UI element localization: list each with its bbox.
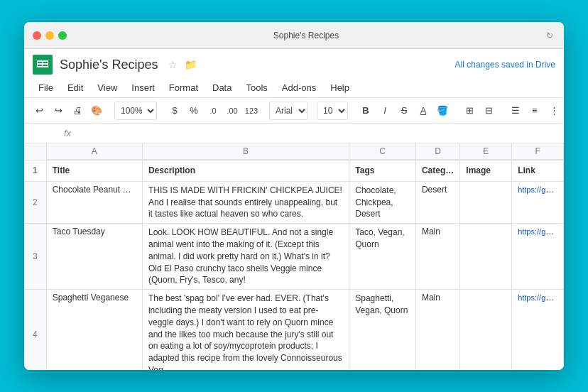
- cell-category[interactable]: Main: [415, 290, 459, 370]
- currency-button[interactable]: $: [165, 102, 184, 120]
- cell-title[interactable]: Spaghetti Veganese: [46, 290, 142, 370]
- cell-title[interactable]: Chocolate Peanut Butter Mousse (DF): [46, 181, 142, 223]
- cell-image[interactable]: [460, 290, 512, 370]
- cell-description[interactable]: Description: [142, 160, 349, 181]
- title-bar: Sophie's Recipes ↻: [24, 22, 564, 49]
- minimize-button[interactable]: [45, 31, 54, 40]
- col-header-b[interactable]: B: [142, 143, 349, 160]
- more-align-button[interactable]: ⋮: [545, 102, 563, 120]
- menu-format[interactable]: Format: [163, 81, 204, 94]
- data-table: A B C D E F 1TitleDescriptionTagsCategor…: [24, 143, 564, 370]
- spreadsheet-area: A B C D E F 1TitleDescriptionTagsCategor…: [24, 143, 564, 370]
- saved-status: All changes saved in Drive: [455, 60, 555, 70]
- cell-description[interactable]: The best 'spag bol' I've ever had. EVER.…: [142, 290, 349, 370]
- row-number: 4: [24, 290, 46, 370]
- fill-color-button[interactable]: 🪣: [433, 102, 452, 120]
- table-row[interactable]: 3Taco TuesdayLook. LOOK HOW BEAUTIFUL. A…: [24, 224, 564, 290]
- cell-link[interactable]: https://getupands: [512, 181, 564, 223]
- svg-rect-5: [42, 60, 43, 67]
- cell-link[interactable]: Link: [512, 160, 564, 181]
- maximize-button[interactable]: [58, 31, 67, 40]
- formula-bar: fx: [24, 124, 564, 143]
- cell-description[interactable]: Look. LOOK HOW BEAUTIFUL. And not a sing…: [142, 224, 349, 290]
- merge-button[interactable]: ⊟: [479, 102, 498, 120]
- align-group: ☰ ≡ ⋮: [506, 102, 563, 120]
- menu-view[interactable]: View: [92, 81, 123, 94]
- close-button[interactable]: [33, 31, 41, 40]
- borders-button[interactable]: ⊞: [460, 102, 479, 120]
- col-header-d[interactable]: D: [415, 143, 459, 160]
- cell-title[interactable]: Taco Tuesday: [46, 224, 142, 290]
- col-header-e[interactable]: E: [460, 143, 512, 160]
- cell-category[interactable]: Category: [415, 160, 459, 181]
- spreadsheet-window: Sophie's Recipes ↻ Sophie's Recipes ☆ 📁 …: [24, 22, 564, 370]
- cell-image[interactable]: Image: [460, 160, 512, 181]
- table-row[interactable]: 1TitleDescriptionTagsCategoryImageLink: [24, 160, 564, 181]
- table-row[interactable]: 4Spaghetti VeganeseThe best 'spag bol' I…: [24, 290, 564, 370]
- more-formats-button[interactable]: 123: [242, 102, 261, 120]
- refresh-button[interactable]: ↻: [544, 30, 555, 41]
- col-header-f[interactable]: F: [512, 143, 564, 160]
- cell-tags[interactable]: Chocolate, Chickpea, Desert: [349, 181, 416, 223]
- cell-category[interactable]: Main: [415, 224, 459, 290]
- sheets-icon: [33, 55, 53, 75]
- row-number: 1: [24, 160, 46, 181]
- font-select[interactable]: Arial: [269, 102, 308, 120]
- undo-button[interactable]: ↩: [30, 102, 48, 120]
- menu-insert[interactable]: Insert: [126, 81, 160, 94]
- menu-help[interactable]: Help: [325, 81, 355, 94]
- row-number: 2: [24, 181, 46, 223]
- decimal-decrease-button[interactable]: .0: [204, 102, 222, 120]
- tab-title: Sophie's Recipes: [273, 31, 339, 40]
- col-header-a[interactable]: A: [46, 143, 142, 160]
- corner-header: [24, 143, 46, 160]
- strikethrough-button[interactable]: S: [395, 102, 413, 120]
- cell-description[interactable]: THIS IS MADE WITH FRICKIN' CHICKPEA JUIC…: [142, 181, 349, 223]
- table-row[interactable]: 2Chocolate Peanut Butter Mousse (DF)THIS…: [24, 181, 564, 223]
- format-group: $ % .0 .00 123: [165, 102, 261, 120]
- cell-image[interactable]: [460, 224, 512, 290]
- print-button[interactable]: 🖨: [68, 102, 87, 120]
- app-header: Sophie's Recipes ☆ 📁 All changes saved i…: [24, 49, 564, 98]
- fx-label: fx: [64, 128, 71, 138]
- decimal-increase-button[interactable]: .00: [223, 102, 241, 120]
- svg-rect-4: [37, 60, 38, 67]
- align-center-button[interactable]: ≡: [526, 102, 544, 120]
- svg-rect-6: [48, 60, 48, 67]
- bold-button[interactable]: B: [356, 102, 375, 120]
- row-number: 3: [24, 224, 46, 290]
- toolbar: ↩ ↪ 🖨 🎨 100% $ % .0 .00 123 Arial 10 B I: [24, 98, 564, 124]
- cell-tags[interactable]: Tags: [349, 160, 416, 181]
- folder-icon[interactable]: 📁: [185, 59, 197, 70]
- redo-button[interactable]: ↪: [49, 102, 67, 120]
- menu-addons[interactable]: Add-ons: [276, 81, 322, 94]
- menu-data[interactable]: Data: [207, 81, 237, 94]
- percent-button[interactable]: %: [185, 102, 203, 120]
- paint-format-button[interactable]: 🎨: [87, 102, 106, 120]
- cell-tags[interactable]: Spaghetti, Vegan, Quorn: [349, 290, 416, 370]
- cell-format-group: ⊞ ⊟: [460, 102, 498, 120]
- formula-input[interactable]: [77, 128, 558, 138]
- underline-button[interactable]: A: [414, 102, 432, 120]
- col-header-c[interactable]: C: [349, 143, 416, 160]
- star-icon[interactable]: ☆: [168, 59, 178, 70]
- text-format-group: B I S A 🪣: [356, 102, 452, 120]
- traffic-lights: [33, 31, 67, 40]
- font-size-select[interactable]: 10: [317, 102, 348, 120]
- menu-file[interactable]: File: [33, 81, 59, 94]
- cell-category[interactable]: Desert: [415, 181, 459, 223]
- italic-button[interactable]: I: [376, 102, 394, 120]
- cell-image[interactable]: [460, 181, 512, 223]
- zoom-select[interactable]: 100%: [114, 102, 157, 120]
- undo-redo-group: ↩ ↪ 🖨 🎨: [30, 102, 106, 120]
- menu-tools[interactable]: Tools: [240, 81, 273, 94]
- menu-edit[interactable]: Edit: [62, 81, 89, 94]
- menu-bar: File Edit View Insert Format Data Tools …: [24, 77, 564, 97]
- cell-title[interactable]: Title: [46, 160, 142, 181]
- cell-link[interactable]: https://getupands: [512, 290, 564, 370]
- align-left-button[interactable]: ☰: [506, 102, 525, 120]
- cell-tags[interactable]: Taco, Vegan, Quorn: [349, 224, 416, 290]
- app-title: Sophie's Recipes: [60, 58, 158, 72]
- cell-link[interactable]: https://getupands: [512, 224, 564, 290]
